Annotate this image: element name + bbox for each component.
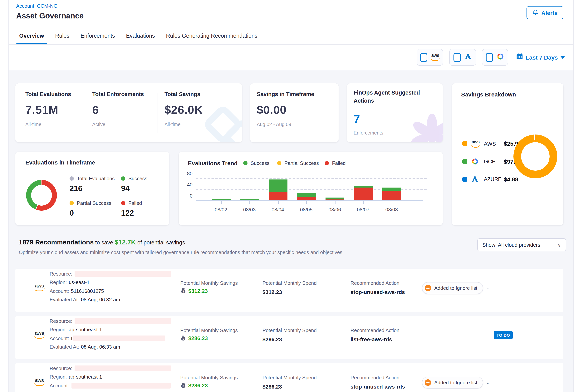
recommendation-row[interactable]: aws Resource: Region:us-east-1 Account:5… (15, 269, 564, 312)
x-axis-label: 08/04 (264, 207, 292, 212)
spend-column-label: Potential Monthly Spend (262, 280, 317, 286)
filter-provider-gcp[interactable] (482, 49, 508, 66)
gcp-color-swatch (462, 159, 467, 164)
money-bag-icon: $ (180, 382, 186, 388)
aws-logo: aws (34, 378, 44, 386)
breakdown-row-gcp: GCP $97.19 (462, 158, 522, 165)
breakdown-provider-value: $4.88 (504, 176, 518, 182)
total-evaluations-value: 7.51M (25, 104, 58, 116)
caret-down-icon (560, 56, 565, 58)
money-bag-icon: $ (180, 288, 186, 294)
legend-label: Failed (128, 200, 142, 206)
added-to-ignore-list-badge[interactable]: Added to Ignore list (422, 377, 483, 388)
gcp-checkbox[interactable] (486, 53, 493, 62)
gcp-logo (471, 158, 480, 165)
bar-segment (240, 199, 259, 200)
legend-label: Failed (332, 160, 346, 166)
total-evaluations-count: 216 (70, 184, 82, 193)
added-to-ignore-list-badge[interactable]: Added to Ignore list (422, 282, 483, 294)
trailing-dash: - (487, 380, 489, 386)
resource-details: Resource: Region:ap-southeast-1 Account:… (50, 318, 171, 352)
filter-provider-azure[interactable] (449, 49, 476, 66)
date-range-picker[interactable]: Last 7 Days (516, 44, 565, 70)
savings-column-label: Potential Monthly Savings (180, 375, 238, 380)
redacted-account (73, 335, 165, 341)
recommended-action-value: stop-unused-aws-rds (350, 384, 405, 390)
finops-value: 7 (354, 112, 360, 126)
trend-bar-group: 08/02 (207, 173, 235, 200)
savings-breakdown-title: Savings Breakdown (461, 91, 516, 98)
failed-count: 122 (121, 209, 134, 218)
recommended-action-value: stop-unused-aws-rds (350, 289, 405, 295)
success-dot (121, 176, 125, 181)
redacted-account (71, 382, 170, 388)
svg-text:$: $ (182, 337, 184, 340)
partial-success-dot (70, 201, 74, 205)
total-evaluations-dot (70, 176, 74, 181)
legend-label: Total Evaluations (77, 176, 115, 182)
spend-value: $286.23 (262, 336, 282, 342)
action-column-label: Recommended Action (350, 280, 399, 286)
redacted-resource (75, 318, 171, 324)
total-savings-sub: All-time (164, 122, 180, 127)
savings-value: $ $286.23 (180, 382, 208, 388)
breakdown-row-azure: AZURE $4.88 (462, 175, 518, 183)
bar-segment (268, 192, 287, 200)
todo-status-badge[interactable]: TO DO (494, 331, 513, 339)
calendar-icon (516, 53, 523, 62)
spend-value: $312.23 (262, 289, 282, 295)
breakdown-provider-name: AWS (484, 141, 500, 147)
x-axis-label: 08/03 (235, 207, 264, 212)
overview-content: Total Evaluations 7.51M All-time Total E… (9, 70, 574, 392)
aws-color-swatch (462, 141, 467, 146)
recommendation-row[interactable]: aws Resource: Region:ap-southeast-1 Acco… (15, 316, 564, 359)
tab-evaluations[interactable]: Evaluations (123, 27, 158, 44)
savings-timeframe-card: Savings in Timeframe $0.00 Aug 02 - Aug … (250, 84, 338, 142)
savings-column-label: Potential Monthly Savings (180, 328, 238, 333)
stats-card: Total Evaluations 7.51M All-time Total E… (15, 84, 242, 142)
cloud-provider-filter-dropdown[interactable]: Show: All cloud providers ∨ (477, 238, 566, 251)
azure-checkbox[interactable] (454, 53, 461, 62)
savings-timeframe-label: Savings in Timeframe (257, 91, 314, 97)
evaluations-timeframe-title: Evaluations in Timeframe (25, 159, 95, 166)
tab-overview[interactable]: Overview (16, 27, 47, 44)
alerts-button[interactable]: Alerts (527, 6, 564, 19)
filter-provider-aws[interactable]: aws (416, 49, 443, 66)
tab-enforcements[interactable]: Enforcements (78, 27, 118, 44)
tab-rules[interactable]: Rules (52, 27, 72, 44)
trend-bar-group: 08/03 (235, 173, 264, 200)
y-axis-tick-80: 80 (182, 171, 192, 176)
page-title: Asset Governance (16, 12, 84, 20)
trend-legend-success: Success (243, 160, 270, 166)
action-column-label: Recommended Action (350, 375, 399, 380)
legend-success: Success (121, 176, 147, 182)
dropdown-value: Show: All cloud providers (482, 242, 540, 248)
aws-checkbox[interactable] (420, 53, 427, 62)
recommendations-title: 1879 Recommendations to save $12.7K of p… (19, 239, 185, 246)
resource-details: Resource: Region:ap-southeast-1 Account:… (50, 365, 171, 392)
trend-bar-group: 08/06 (320, 173, 349, 200)
legend-label: Partial Success (284, 160, 319, 166)
savings-value: $ $312.23 (180, 288, 208, 294)
left-nav-edge (0, 0, 9, 392)
bar-segment (325, 200, 344, 200)
bar-segment (212, 199, 230, 200)
savings-breakdown-donut-chart (514, 134, 557, 178)
x-axis-label: 08/08 (378, 207, 406, 212)
recommendation-row[interactable]: aws Resource: Region:ap-southeast-1 Acco… (15, 363, 564, 392)
savings-timeframe-value: $0.00 (257, 104, 286, 116)
minus-circle-icon (425, 285, 431, 291)
tab-rules-generating-recommendations[interactable]: Rules Generating Recommendations (163, 27, 260, 44)
account-breadcrumb-link[interactable]: Account: CCM-NG (16, 3, 58, 9)
legend-label: Success (250, 160, 270, 166)
scrollbar-track[interactable] (574, 0, 588, 392)
bar-segment (325, 198, 344, 200)
evaluations-timeframe-card: Evaluations in Timeframe Total Evaluatio… (15, 152, 169, 225)
bar-segment (382, 190, 401, 200)
trend-bar-group: 08/04 (264, 173, 292, 200)
y-axis-tick-0: 0 (182, 193, 192, 199)
spend-column-label: Potential Monthly Spend (262, 328, 317, 333)
savings-timeframe-sub: Aug 02 - Aug 09 (257, 122, 291, 127)
legend-total-evaluations: Total Evaluations (70, 176, 115, 182)
azure-logo (464, 53, 472, 62)
